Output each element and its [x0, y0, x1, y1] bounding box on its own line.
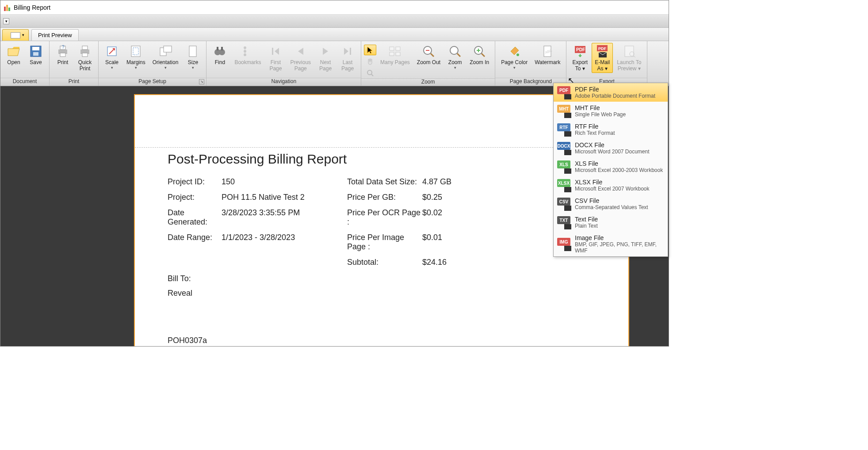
zoom-in-button[interactable]: Zoom In [467, 43, 492, 67]
pdf-file-icon: PDF [557, 86, 570, 99]
svg-rect-28 [390, 47, 394, 50]
dropdown-item-txt[interactable]: TXTText FilePlain Text [554, 213, 668, 232]
application-button[interactable] [2, 29, 29, 41]
email-pdf-icon: PDF [595, 44, 609, 58]
binoculars-icon [213, 44, 227, 58]
launch-preview-icon [622, 44, 636, 58]
scale-button[interactable]: Scale▾ [101, 43, 122, 71]
group-document: Open Save Document [0, 41, 50, 86]
quick-print-button[interactable]: Quick Print [74, 43, 96, 73]
size-button[interactable]: Size▾ [182, 43, 203, 71]
export-to-button[interactable]: PDF Export To ▾ [569, 43, 591, 73]
svg-rect-15 [189, 46, 196, 57]
group-zoom: Many Pages Zoom Out Zoom▾ Zoom In Zoom [361, 41, 495, 86]
xlsx-file-icon: XLSX [557, 179, 570, 191]
printer-icon: ? [56, 44, 70, 58]
quick-access-toolbar: ▾ [0, 15, 669, 28]
bill-to-value: Reveal [168, 289, 602, 298]
group-label-zoom: Zoom [361, 78, 495, 86]
svg-line-33 [431, 53, 434, 57]
dropdown-item-xls[interactable]: XLSXLS FileMicrosoft Excel 2000-2003 Wor… [554, 157, 668, 176]
zoom-icon [448, 44, 462, 58]
xls-file-icon: XLS [557, 160, 570, 173]
first-page-icon [268, 44, 283, 58]
svg-rect-29 [396, 47, 400, 50]
last-page-button[interactable]: Last Page [337, 43, 358, 73]
txt-file-icon: TXT [557, 216, 570, 229]
zoom-out-button[interactable]: Zoom Out [414, 43, 444, 67]
group-navigation: Find Bookmarks First Page Previous Page … [206, 41, 361, 86]
group-label-document: Document [0, 78, 49, 86]
zoom-button[interactable]: Zoom▾ [444, 43, 466, 71]
open-button[interactable]: Open [3, 43, 24, 67]
watermark-icon: ABC [540, 44, 554, 58]
img-file-icon: IMG [557, 238, 570, 250]
next-page-button[interactable]: Next Page [315, 43, 336, 73]
svg-rect-25 [350, 48, 351, 55]
svg-rect-2 [33, 52, 38, 56]
launch-to-preview-button[interactable]: Launch To Preview ▾ [614, 43, 644, 73]
margins-icon [129, 44, 143, 58]
svg-text:PDF: PDF [576, 47, 585, 52]
magnifier-tool-button[interactable] [364, 68, 376, 78]
dataset-name: POH0307a [168, 336, 602, 345]
many-pages-icon [388, 44, 402, 58]
svg-rect-18 [217, 47, 218, 50]
svg-rect-49 [625, 46, 634, 57]
titlebar: Billing Report [0, 0, 669, 15]
printer-quick-icon [78, 44, 92, 58]
print-button[interactable]: ? Print [52, 43, 73, 67]
svg-text:PDF: PDF [598, 46, 607, 51]
group-label-navigation: Navigation [206, 78, 361, 86]
paint-bucket-icon [507, 44, 521, 58]
page-color-button[interactable]: Page Color▾ [498, 43, 531, 71]
folder-open-icon [7, 44, 21, 58]
orientation-button[interactable]: Orientation▾ [149, 43, 182, 71]
svg-rect-9 [82, 53, 88, 57]
docx-file-icon: DOCX [557, 142, 570, 154]
many-pages-button[interactable]: Many Pages [377, 43, 413, 67]
email-as-button[interactable]: PDF E-Mail As ▾ [592, 43, 613, 73]
window-title: Billing Report [14, 4, 50, 11]
svg-rect-19 [221, 47, 223, 50]
dropdown-item-xlsx[interactable]: XLSXXLSX FileMicrosoft Excel 2007 Workbo… [554, 176, 668, 194]
svg-rect-5 [60, 53, 65, 57]
group-page-setup: Scale▾ Margins▾ Orientation▾ Size▾ Page … [99, 41, 206, 86]
page-size-icon [186, 44, 200, 58]
svg-line-38 [482, 53, 485, 57]
svg-line-36 [457, 53, 460, 57]
watermark-button[interactable]: ABC Watermark [532, 43, 563, 67]
qat-customize[interactable]: ▾ [3, 18, 9, 24]
orientation-icon [158, 44, 172, 58]
tab-print-preview[interactable]: Print Preview [31, 29, 79, 41]
ribbon: Open Save Document ? Print Quick Print [0, 41, 669, 86]
group-page-background: Page Color▾ ABC Watermark Page Backgroun… [495, 41, 566, 86]
hand-tool-button[interactable] [364, 56, 376, 67]
dropdown-item-mht[interactable]: MHTMHT FileSingle File Web Page [554, 102, 668, 120]
pointer-tool-button[interactable] [364, 45, 376, 55]
dropdown-item-csv[interactable]: CSVCSV FileComma-Separated Values Text [554, 194, 668, 213]
first-page-button[interactable]: First Page [265, 43, 286, 73]
dropdown-item-docx[interactable]: DOCXDOCX FileMicrosoft Word 2007 Documen… [554, 139, 668, 157]
find-button[interactable]: Find [209, 43, 230, 67]
bookmarks-icon [241, 44, 255, 58]
group-label-page-setup: Page Setup↘ [99, 78, 206, 86]
svg-point-26 [367, 70, 372, 75]
page-setup-dialog-launcher[interactable]: ↘ [199, 79, 204, 84]
svg-text:?: ? [62, 45, 65, 50]
svg-rect-1 [32, 47, 39, 50]
csv-file-icon: CSV [557, 198, 570, 210]
bill-to-label: Bill To: [168, 274, 602, 283]
previous-page-button[interactable]: Previous Page [287, 43, 314, 73]
dropdown-item-rtf[interactable]: RTFRTF FileRich Text Format [554, 120, 668, 139]
save-button[interactable]: Save [25, 43, 46, 67]
dropdown-item-pdf[interactable]: PDFPDF FileAdobe Portable Document Forma… [554, 83, 668, 102]
dropdown-item-img[interactable]: IMGImage FileBMP, GIF, JPEG, PNG, TIFF, … [554, 232, 668, 256]
export-pdf-icon: PDF [573, 44, 587, 58]
bookmarks-button[interactable]: Bookmarks [231, 43, 264, 67]
svg-point-35 [450, 46, 458, 54]
report-title: Post-Processing Billing Report [168, 152, 602, 167]
group-label-print: Print [50, 78, 98, 86]
margins-button[interactable]: Margins▾ [123, 43, 149, 71]
zoom-in-icon [472, 44, 486, 58]
